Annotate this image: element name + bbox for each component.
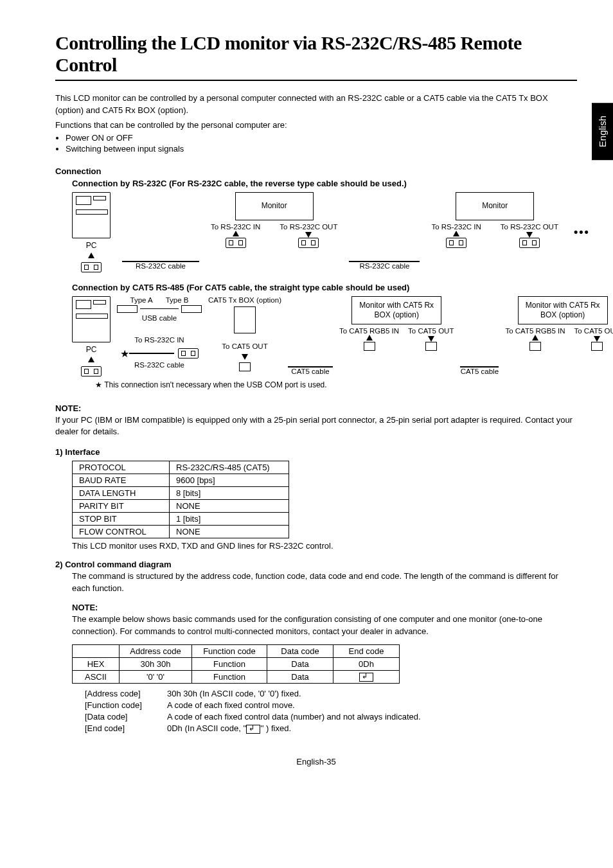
monitor-rx-box: Monitor with CAT5 Rx BOX (option) [518,296,608,324]
serial-port-icon [81,366,102,376]
type-b-label: Type B [166,296,189,304]
pc-icon [72,192,111,238]
arrow-down-icon [242,354,248,360]
table-cell: PROTOCOL [73,461,170,474]
monitor-box: Monitor [456,192,534,220]
arrow-up-icon [88,252,94,258]
code-value: 30h 30h (In ASCII code, '0' '0') fixed. [167,689,301,698]
table-cell: HEX [73,657,120,670]
connection-heading: Connection [55,166,577,176]
note-heading: NOTE: [55,403,577,413]
cmd-diagram-body: The command is structured by the address… [72,571,577,595]
function-bullets: Power ON or OFF Switching between input … [66,133,577,154]
table-cell: RS-232C/RS-485 (CAT5) [170,461,289,474]
monitor-rx-box: Monitor with CAT5 Rx BOX (option) [351,296,441,324]
cat5-cable-label: CAT5 cable [291,368,329,375]
pc-label: PC [86,241,97,250]
table-cell: NONE [170,526,289,538]
monitor-label: Monitor [262,201,287,211]
serial-port-icon [178,348,199,359]
table-cell: Function [192,670,267,684]
rj45-port-icon [239,362,251,371]
table-header: End code [333,644,400,657]
code-key: [End code] [85,723,155,734]
note2-body: The example below shows basic commands u… [72,614,577,638]
tx-box-label: CAT5 Tx BOX (option) [208,296,281,304]
cat5-connection-heading: Connection by CAT5 RS-485 (For CAT5 cabl… [72,283,577,292]
table-cell: 8 [bits] [170,487,289,500]
table-cell: PARITY BIT [73,500,170,513]
code-key: [Function code] [85,700,155,710]
serial-port-icon [81,262,102,272]
cat5-tx-box-icon [234,306,256,333]
note-body: If your PC (IBM or IBM compatible) is eq… [55,414,577,439]
to-in-label: To RS-232C IN [211,223,260,231]
rj45-port-icon [591,342,603,351]
table-cell: FLOW CONTROL [73,526,170,538]
to-cat5-out-label: To CAT5 OUT [408,327,454,335]
type-a-label: Type A [130,296,153,304]
code-descriptions: [Address code]30h 30h (In ASCII code, '0… [85,689,577,734]
cmd-diagram-heading: 2) Control command diagram [55,560,577,569]
intro-paragraph-2: Functions that can be controlled by the … [55,120,577,132]
table-cell: '0' '0' [120,670,192,684]
table-cell: Data [267,670,333,684]
table-cell: 0Dh [333,657,400,670]
to-cat5-rgb5in-label: To CAT5 RGB5 IN [339,327,399,335]
table-header [73,644,120,657]
arrow-down-icon [305,232,312,238]
usb-port-icon [117,305,138,313]
interface-heading: 1) Interface [55,447,577,457]
table-cell: DATA LENGTH [73,487,170,500]
arrow-down-icon [594,336,600,342]
table-header: Function code [192,644,267,657]
table-cell: 30h 30h [120,657,192,670]
language-tab: English [592,103,613,160]
rj45-port-icon [425,342,437,351]
serial-port-icon [519,238,540,248]
cat5-cable-label: CAT5 cable [461,368,499,375]
to-in-label: To RS-232C IN [431,223,481,231]
arrow-up-icon [88,357,94,362]
table-cell: 1 [bits] [170,513,289,526]
rs232c-diagram: PC RS-232C cable Monitor To RS-232C IN T… [72,192,577,272]
intro-paragraph-1: This LCD monitor can be controlled by a … [55,93,577,117]
command-table: Address codeFunction codeData codeEnd co… [72,644,400,684]
table-cell: 9600 [bps] [170,474,289,487]
bullet-input-switch: Switching between input signals [66,144,577,154]
code-value: A code of each fixed control data (numbe… [167,712,421,722]
page-title: Controlling the LCD monitor via RS-232C/… [55,32,577,81]
monitor-box: Monitor [235,192,314,220]
note2-heading: NOTE: [72,603,577,612]
table-header: Address code [120,644,192,657]
monitor-label: Monitor [482,201,508,211]
pc-icon [72,296,111,342]
enter-key-icon [359,673,373,682]
code-value: 0Dh (In ASCII code, '''' ) fixed. [167,723,291,734]
usb-port-icon [181,305,202,313]
table-cell: ASCII [73,670,120,684]
to-cat5-out-label: To CAT5 OUT [574,327,613,335]
usb-cable-label: USB cable [142,314,177,322]
code-key: [Data code] [85,712,155,722]
arrow-down-icon [428,336,434,342]
table-header: Data code [267,644,333,657]
star-footnote: ★ This connection isn't necessary when t… [95,380,577,389]
serial-port-icon [226,238,246,248]
arrow-up-icon [532,335,538,341]
cat5-diagram: PC Type A Type B USB cable To RS-232C IN [72,296,577,389]
arrow-up-icon [366,335,373,341]
to-cat5-rgb5in-label: To CAT5 RGB5 IN [505,327,565,335]
monitor-rx-label: Monitor with CAT5 Rx BOX (option) [355,301,438,320]
serial-port-icon [446,238,466,248]
table-cell [333,670,400,684]
monitor-rx-label: Monitor with CAT5 Rx BOX (option) [521,301,605,320]
enter-key-icon [246,725,260,734]
bullet-power: Power ON or OFF [66,133,577,143]
rs232c-connection-heading: Connection by RS-232C (For RS-232C cable… [72,179,577,188]
interface-after-text: This LCD monitor uses RXD, TXD and GND l… [72,541,577,551]
page-footer: English-35 [55,757,577,766]
cable-label: RS-232C cable [136,262,186,270]
arrow-down-icon [526,232,533,238]
to-cat5-out-label: To CAT5 OUT [222,342,267,350]
